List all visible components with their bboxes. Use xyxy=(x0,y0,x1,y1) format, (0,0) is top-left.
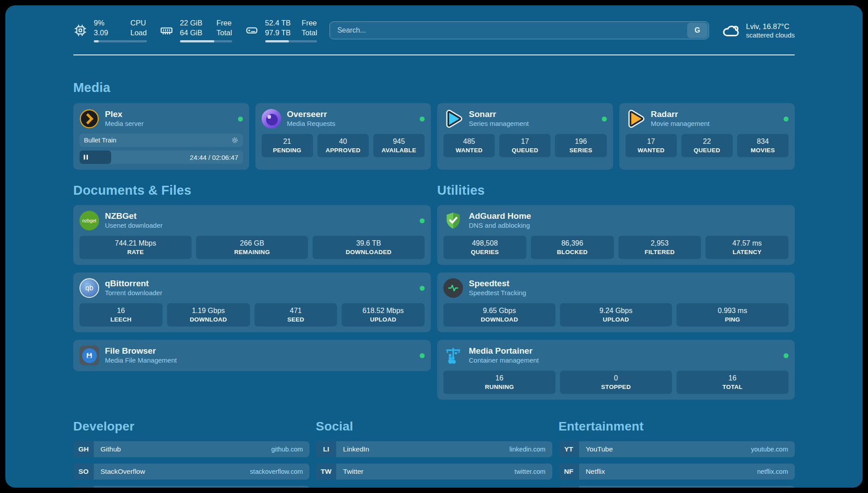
search-engine-button[interactable]: G xyxy=(687,23,708,38)
disk-icon xyxy=(245,23,259,38)
filebrowser-card[interactable]: File Browser Media File Management xyxy=(73,340,431,371)
section-header-documents: Documents & Files xyxy=(73,183,431,198)
playback-progress-bar[interactable]: 24:44 / 02:06:47 xyxy=(79,150,243,164)
now-playing-row: Bullet Train xyxy=(79,134,243,147)
stat-rate: 744.21 Mbps RATE xyxy=(79,236,192,259)
cpu-stat: 9% 3.09 CPU Load xyxy=(73,18,147,42)
bookmark-twitter[interactable]: TW Twitter twitter.com xyxy=(316,464,552,480)
storage-stat: 52.4 TB 97.9 TB Free Total xyxy=(245,18,317,42)
app-title: Overseerr xyxy=(287,110,335,119)
storage-total-value: 97.9 TB xyxy=(265,28,293,38)
section-header-developer: Developer xyxy=(73,419,309,434)
app-title: File Browser xyxy=(105,347,177,356)
qbittorrent-card[interactable]: qb qBittorrent Torrent downloader 16 LEE… xyxy=(73,272,431,332)
status-dot xyxy=(602,117,607,121)
overseerr-card[interactable]: Overseerr Media Requests 21 PENDING 40 A… xyxy=(255,103,431,170)
weather-location-temp: Lviv, 16.87°C xyxy=(746,22,795,31)
portainer-icon xyxy=(443,346,463,365)
stat-wanted: 485 WANTED xyxy=(443,134,495,157)
app-title: Radarr xyxy=(651,110,710,119)
search-input[interactable] xyxy=(330,26,686,34)
weather-condition: scattered clouds xyxy=(746,31,795,39)
stat-queries: 498,508 QUERIES xyxy=(443,236,526,259)
stat-ping: 0.993 ms PING xyxy=(676,303,789,326)
stat-download: 1.19 Gbps DOWNLOAD xyxy=(167,303,250,326)
portainer-card[interactable]: Media Portainer Container management 16 … xyxy=(437,340,795,400)
stat-queued: 17 QUEUED xyxy=(499,134,551,157)
stat-approved: 40 APPROVED xyxy=(317,134,369,157)
overseerr-icon xyxy=(262,109,281,129)
status-dot xyxy=(420,286,425,291)
status-dot xyxy=(420,117,425,121)
stat-latency: 47.57 ms LATENCY xyxy=(705,236,789,259)
stat-downloaded: 39.6 TB DOWNLOADED xyxy=(313,236,425,259)
app-subtitle: Media File Management xyxy=(105,357,177,364)
bookmark-reddit[interactable]: RE Reddit reddit.com xyxy=(559,486,795,488)
app-subtitle: Speedtest Tracking xyxy=(469,289,526,297)
app-subtitle: Media server xyxy=(105,120,144,128)
stat-pending: 21 PENDING xyxy=(262,134,313,157)
cpu-usage-value: 9% xyxy=(94,18,121,28)
bookmarks-entertainment: Entertainment YT YouTube youtube.com NF … xyxy=(559,419,795,488)
radarr-card[interactable]: Radarr Movie management 17 WANTED 22 QUE… xyxy=(619,103,795,170)
stat-wanted: 17 WANTED xyxy=(626,134,677,157)
app-subtitle: Media Requests xyxy=(287,120,335,128)
stat-available: 945 AVAILABLE xyxy=(373,134,425,157)
status-dot xyxy=(784,117,789,121)
stat-series: 196 SERIES xyxy=(555,134,606,157)
bookmark-linkedin[interactable]: LI LinkedIn linkedin.com xyxy=(316,441,552,457)
cpu-icon xyxy=(73,23,88,38)
cpu-progress-bar xyxy=(94,40,147,42)
status-dot xyxy=(420,218,425,223)
bookmark-stackoverflow[interactable]: SO StackOverflow stackoverflow.com xyxy=(73,464,309,480)
header-divider xyxy=(73,54,795,55)
stat-total: 16 TOTAL xyxy=(676,371,789,394)
speedtest-card[interactable]: Speedtest Speedtest Tracking 9.65 Gbps D… xyxy=(437,272,795,332)
stat-movies: 834 MOVIES xyxy=(737,134,789,157)
status-dot xyxy=(420,353,425,358)
bookmark-youtube[interactable]: YT YouTube youtube.com xyxy=(559,441,795,457)
stat-upload: 9.24 Gbps UPLOAD xyxy=(560,303,672,326)
cpu-load-value: 3.09 xyxy=(94,28,121,38)
memory-total-label: Total xyxy=(217,28,232,38)
storage-total-label: Total xyxy=(302,28,317,38)
plex-card[interactable]: Plex Media server Bullet Train xyxy=(73,103,249,170)
section-header-entertainment: Entertainment xyxy=(559,419,795,434)
plex-icon xyxy=(79,109,99,129)
memory-progress-bar xyxy=(180,40,232,42)
stat-running: 16 RUNNING xyxy=(443,371,555,394)
cpu-load-label: Load xyxy=(130,28,147,38)
bookmark-github[interactable]: GH Github github.com xyxy=(73,441,309,457)
dashboard-root: 9% 3.09 CPU Load xyxy=(5,5,863,488)
nzbget-card[interactable]: nzbget NZBGet Usenet downloader 744.21 M… xyxy=(73,205,431,265)
qbittorrent-icon: qb xyxy=(79,278,99,298)
gear-icon[interactable] xyxy=(231,137,238,144)
weather-widget: Lviv, 16.87°C scattered clouds xyxy=(722,21,795,40)
filebrowser-icon xyxy=(79,346,99,365)
bookmark-netflix[interactable]: NF Netflix netflix.com xyxy=(559,464,795,480)
adguard-icon xyxy=(443,211,463,230)
section-header-social: Social xyxy=(316,419,552,434)
radarr-icon xyxy=(626,109,645,129)
memory-free-value: 22 GiB xyxy=(180,18,208,28)
pause-icon[interactable] xyxy=(83,155,88,160)
storage-free-value: 52.4 TB xyxy=(265,18,293,28)
stat-seed: 471 SEED xyxy=(255,303,338,326)
search-bar[interactable]: G xyxy=(330,21,709,39)
playback-time: 24:44 / 02:06:47 xyxy=(190,154,242,161)
cpu-usage-label: CPU xyxy=(130,18,147,28)
ram-icon xyxy=(159,23,174,38)
memory-free-label: Free xyxy=(217,18,232,28)
section-header-media: Media xyxy=(73,80,795,95)
status-dot xyxy=(784,353,789,358)
sonarr-card[interactable]: Sonarr Series management 485 WANTED 17 Q… xyxy=(437,103,613,170)
memory-stat: 22 GiB 64 GiB Free Total xyxy=(159,18,232,42)
section-header-utilities: Utilities xyxy=(437,183,795,198)
app-subtitle: Movie management xyxy=(651,120,710,128)
app-subtitle: DNS and adblocking xyxy=(469,222,531,230)
now-playing-title: Bullet Train xyxy=(84,137,117,144)
app-subtitle: Container management xyxy=(469,357,539,364)
app-title: Sonarr xyxy=(469,110,529,119)
adguard-card[interactable]: AdGuard Home DNS and adblocking 498,508 … xyxy=(437,205,795,265)
bookmark-dev[interactable]: DT DEV dev.to xyxy=(73,486,309,488)
